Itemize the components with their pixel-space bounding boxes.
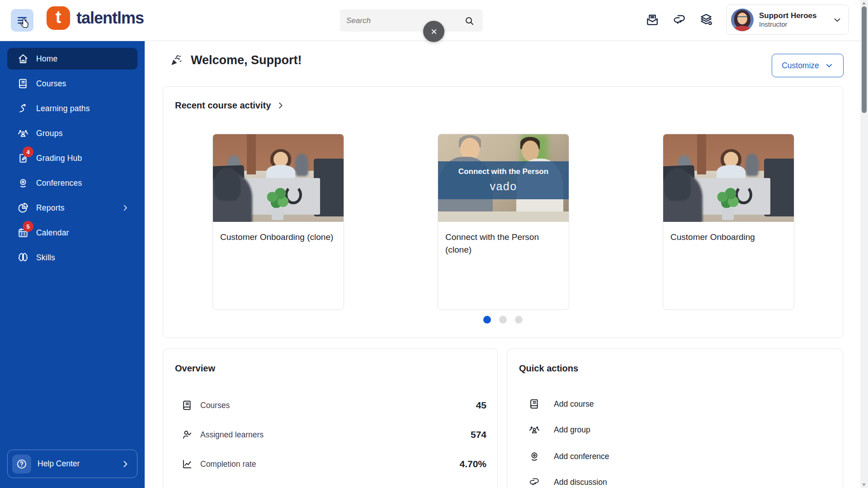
chat-bubbles-icon — [672, 13, 688, 27]
party-popper-icon — [169, 54, 183, 67]
grading-hub-badge: 4 — [23, 146, 33, 157]
course-card[interactable]: Customer Onboarding (clone) — [212, 134, 344, 310]
sidebar-item-groups[interactable]: Groups — [7, 122, 137, 144]
stat-label: Completion rate — [200, 460, 256, 469]
course-store-button[interactable] — [699, 12, 714, 28]
scroll-up-arrow[interactable] — [862, 2, 866, 5]
chevron-right-icon — [121, 460, 130, 469]
customize-button[interactable]: Customize — [772, 54, 844, 77]
user-name: Support Heroes — [759, 11, 817, 20]
course-title: Customer Onboarding — [670, 231, 787, 244]
person-silhouette — [295, 154, 308, 176]
course-card[interactable]: Connect with the Person vado Connect wit… — [438, 134, 569, 310]
add-group-button[interactable]: Add group — [528, 421, 590, 439]
overview-row-courses: Courses 45 — [181, 396, 486, 414]
sidebar-item-conferences[interactable]: Conferences — [7, 172, 137, 194]
sidebar-item-label: Learning paths — [36, 104, 90, 113]
brand-logo[interactable]: t talentlms — [47, 6, 144, 30]
person-check-icon — [181, 429, 193, 441]
course-thumbnail — [213, 134, 344, 222]
chat-bubbles-icon — [528, 476, 540, 488]
quick-actions-panel: Quick actions Add course Add group Add c… — [507, 348, 843, 488]
sidebar-item-calendar[interactable]: Calendar 5 — [7, 222, 137, 244]
stat-value: 45 — [476, 400, 486, 411]
sidebar-item-label: Reports — [36, 203, 65, 213]
stat-value: 4.70% — [459, 459, 486, 469]
sidebar-item-label: Groups — [36, 129, 63, 138]
page-title: Welcome, Support! — [191, 53, 302, 67]
line-chart-icon — [181, 458, 193, 470]
top-header: t talentlms Support Heroes Instr — [0, 0, 868, 41]
recent-activity-link[interactable]: Recent course activity — [175, 100, 285, 111]
recent-activity-panel: Recent course activity Customer Onboardi… — [163, 86, 843, 338]
search-input[interactable] — [340, 16, 464, 25]
scroll-down-arrow[interactable] — [862, 483, 866, 486]
sidebar-item-label: Conferences — [36, 178, 82, 188]
carousel-dot-2[interactable] — [499, 316, 507, 324]
plant-shape — [714, 187, 742, 209]
customize-label: Customize — [782, 61, 819, 70]
stat-label: Assigned learners — [200, 430, 264, 440]
chevron-down-icon — [825, 61, 834, 70]
sidebar-item-learning-paths[interactable]: Learning paths — [7, 98, 137, 119]
carousel-dots — [163, 316, 843, 324]
sidebar-toggle-button[interactable] — [11, 9, 33, 32]
messages-button[interactable] — [672, 12, 688, 28]
sidebar-item-grading-hub[interactable]: Grading Hub 4 — [7, 147, 137, 169]
inbox-button[interactable] — [645, 12, 660, 28]
help-center-button[interactable]: Help Center — [7, 450, 137, 478]
sidebar-item-label: Calendar — [36, 228, 69, 238]
close-icon — [429, 27, 439, 36]
stat-label: Courses — [200, 401, 230, 410]
course-card[interactable]: Customer Onboarding — [663, 134, 794, 310]
layers-stack-icon — [699, 13, 714, 27]
vado-logo: vado — [490, 180, 517, 193]
add-discussion-button[interactable]: Add discussion — [528, 473, 607, 488]
sidebar: Home Courses Learning paths Groups Gradi… — [0, 41, 145, 488]
search-bar — [340, 9, 483, 32]
book-icon — [528, 398, 540, 410]
overlay-title: Connect with the Person — [458, 167, 548, 176]
carousel-dot-1[interactable] — [483, 316, 491, 324]
calendar-badge: 5 — [23, 221, 33, 232]
add-course-button[interactable]: Add course — [528, 395, 594, 413]
groups-icon — [528, 424, 540, 436]
person-silhouette — [745, 154, 759, 176]
sidebar-item-label: Skills — [36, 253, 55, 263]
chevron-right-icon — [276, 101, 285, 110]
carousel-dot-3[interactable] — [515, 316, 523, 324]
thumbnail-overlay: Connect with the Person vado — [438, 161, 569, 199]
person-silhouette — [522, 141, 539, 162]
search-icon[interactable] — [464, 15, 483, 26]
quick-action-label: Add course — [554, 399, 594, 409]
add-conference-button[interactable]: Add conference — [528, 447, 609, 465]
sidebar-item-courses[interactable]: Courses — [7, 73, 137, 94]
user-role: Instructor — [759, 20, 817, 29]
overview-row-completion-rate: Completion rate 4.70% — [181, 455, 486, 473]
vertical-scrollbar — [860, 0, 868, 488]
brand-wordmark: talentlms — [76, 9, 144, 28]
sidebar-item-label: Courses — [36, 79, 66, 89]
sidebar-item-reports[interactable]: Reports — [7, 197, 137, 219]
stat-value: 574 — [471, 429, 486, 440]
scrollbar-thumb[interactable] — [862, 6, 867, 113]
user-menu[interactable]: Support Heroes Instructor — [726, 5, 849, 35]
sidebar-item-home[interactable]: Home — [7, 48, 137, 70]
chevron-down-icon — [832, 15, 842, 25]
hamburger-icon — [16, 14, 28, 26]
sidebar-item-skills[interactable]: Skills — [7, 247, 137, 268]
sidebar-item-label: Home — [36, 54, 57, 64]
sidebar-item-label: Grading Hub — [36, 154, 82, 163]
overview-title: Overview — [175, 363, 215, 374]
brand-logo-mark: t — [47, 6, 70, 30]
pie-chart-icon — [17, 202, 29, 214]
quick-action-label: Add group — [554, 425, 590, 435]
course-title: Connect with the Person (clone) — [445, 231, 561, 256]
plant-shape — [264, 187, 292, 209]
quick-action-label: Add conference — [554, 452, 609, 461]
webcam-icon — [528, 450, 540, 462]
close-search-button[interactable] — [423, 21, 444, 42]
overview-row-assigned-learners: Assigned learners 574 — [181, 426, 486, 444]
groups-icon — [17, 127, 29, 139]
book-icon — [17, 78, 29, 89]
